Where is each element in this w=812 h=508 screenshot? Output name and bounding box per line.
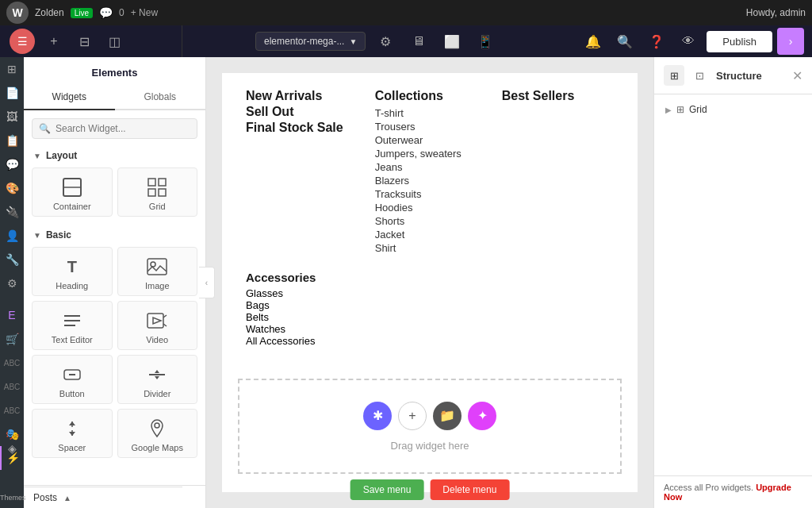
sparkle-icon: ✦ — [477, 408, 488, 423]
widget-spacer[interactable]: Spacer — [32, 409, 113, 458]
widget-button[interactable]: Button — [32, 355, 113, 404]
spacer-label: Spacer — [58, 443, 86, 452]
widget-grid[interactable]: Grid — [117, 167, 198, 217]
widget-text-editor[interactable]: Text Editor — [32, 301, 113, 350]
page-settings-btn[interactable]: ⚙ — [372, 28, 399, 55]
sidebar-item-pages[interactable]: 📋 — [0, 129, 24, 152]
svg-point-7 — [151, 262, 155, 267]
wp-admin-sidebar: ⊞ 📄 🖼 📋 💬 🎨 🔌 👤 🔧 ⚙ E 🛒 ABC ABC ABC 🎭 ⚡ … — [0, 57, 24, 508]
container-label: Container — [53, 202, 91, 211]
wp-logo[interactable]: W — [6, 2, 29, 24]
widget-container[interactable]: Container — [32, 167, 113, 217]
sidebar-item-comments[interactable]: 💬 — [0, 152, 24, 176]
widget-heading[interactable]: T Heading — [32, 247, 113, 296]
gear-icon: ⚙ — [380, 34, 391, 49]
widget-search-box[interactable]: 🔍 — [32, 118, 197, 139]
comment-icon[interactable]: 💬 — [99, 6, 113, 19]
notifications-btn[interactable]: 🔔 — [580, 28, 607, 55]
svg-rect-6 — [147, 259, 167, 275]
comment-count: 0 — [119, 7, 124, 18]
google-maps-icon — [146, 418, 168, 440]
top-bar-right: 🔔 🔍 ❓ 👁 Publish › — [572, 28, 812, 55]
tab-globals[interactable]: Globals — [115, 85, 206, 109]
elementor-top-bar: ☰ + ⊟ ◫ elementor-mega-... ▼ ⚙ 🖥 ⬜ 📱 — [0, 25, 812, 57]
chevron-right-icon: › — [789, 35, 793, 48]
help-icon: ❓ — [649, 34, 665, 49]
structure-title: Structure — [716, 70, 762, 82]
widget-video[interactable]: Video — [117, 301, 198, 350]
sidebar-item-plugins[interactable]: 🔌 — [0, 200, 24, 224]
tablet-view-btn[interactable]: ⬜ — [439, 28, 465, 55]
svg-marker-12 — [153, 318, 161, 324]
basic-collapse-arrow: ▼ — [33, 231, 41, 240]
accessories-belts: Belts — [246, 311, 614, 323]
sidebar-item-posts[interactable]: 📄 — [0, 81, 24, 105]
sidebar-item-abc3[interactable]: ABC — [0, 398, 24, 422]
sidebar-item-themes[interactable]: ◈ — [0, 437, 24, 460]
spacer-icon — [61, 418, 83, 440]
layout-section-header[interactable]: ▼ Layout — [24, 144, 205, 164]
tree-item-grid[interactable]: ▶ ⊞ Grid — [661, 101, 806, 118]
tab-widgets[interactable]: Widgets — [24, 85, 115, 110]
divider-icon — [146, 364, 168, 386]
collection-shorts: Shorts — [375, 214, 470, 228]
widget-google-maps[interactable]: Google Maps — [117, 409, 198, 458]
save-menu-button[interactable]: Save menu — [350, 479, 424, 500]
structure-tab-navigator[interactable]: ⊡ — [689, 65, 710, 86]
posts-bar[interactable]: Posts ▲ — [24, 487, 182, 508]
accessories-title: Accessories — [246, 271, 614, 284]
search-icon: 🔍 — [617, 34, 633, 49]
search-btn[interactable]: 🔍 — [611, 28, 638, 55]
structure-tree: ▶ ⊞ Grid — [654, 94, 812, 125]
mobile-view-btn[interactable]: 📱 — [472, 28, 499, 55]
sidebar-item-appearance[interactable]: 🎨 — [0, 176, 24, 200]
elementor-logo-btn[interactable]: ☰ — [10, 29, 35, 54]
help-btn[interactable]: ❓ — [643, 28, 670, 55]
panel-collapse-btn[interactable]: ‹ — [199, 267, 215, 298]
sidebar-item-elementor[interactable]: E — [0, 303, 24, 327]
widget-image[interactable]: Image — [117, 247, 198, 296]
ai-btn[interactable]: ✦ — [468, 402, 496, 430]
sidebar-item-abc2[interactable]: ABC — [0, 375, 24, 398]
responsive-btn[interactable]: ◫ — [103, 30, 125, 52]
collection-jacket: Jacket — [375, 228, 470, 241]
tablet-icon: ⬜ — [444, 34, 460, 49]
canvas-area: New Arrivals Sell Out Final Stock Sale C… — [206, 57, 653, 508]
sidebar-item-abc1[interactable]: ABC — [0, 351, 24, 375]
settings-panel-btn[interactable]: ⊟ — [73, 30, 95, 52]
structure-tab-layers[interactable]: ⊞ — [664, 65, 684, 86]
panel-left-section: ☰ + ⊟ ◫ — [0, 25, 182, 57]
delete-menu-button[interactable]: Delete menu — [430, 479, 509, 500]
folder-btn[interactable]: 📁 — [433, 402, 462, 430]
new-arrivals-item: New Arrivals — [246, 89, 343, 103]
sidebar-item-tools[interactable]: 🔧 — [0, 248, 24, 271]
panel-tabs: Widgets Globals — [24, 85, 205, 110]
add-widget-btn[interactable]: + — [398, 402, 427, 430]
site-name[interactable]: Zolden — [35, 7, 64, 18]
sidebar-item-woo[interactable]: 🛒 — [0, 327, 24, 351]
sidebar-item-dashboard[interactable]: ⊞ — [0, 57, 24, 81]
basic-section-header[interactable]: ▼ Basic — [24, 223, 205, 244]
publish-button[interactable]: Publish — [707, 31, 772, 52]
cursor-btn[interactable]: ✱ — [363, 402, 392, 430]
structure-footer: Access all Pro widgets. Upgrade Now — [654, 475, 812, 508]
sidebar-item-users[interactable]: 👤 — [0, 224, 24, 248]
new-link[interactable]: + New — [131, 7, 158, 18]
widget-divider[interactable]: Divider — [117, 355, 198, 404]
sidebar-item-media[interactable]: 🖼 — [0, 105, 24, 129]
add-element-btn[interactable]: + — [43, 30, 65, 52]
search-input[interactable] — [56, 123, 190, 134]
structure-close-btn[interactable]: ✕ — [792, 68, 802, 83]
desktop-view-btn[interactable]: 🖥 — [405, 28, 432, 55]
sidebar-item-settings[interactable]: ⚙ — [0, 271, 24, 295]
mega-menu-col-new-arrivals: New Arrivals Sell Out Final Stock Sale — [246, 89, 343, 255]
svg-marker-21 — [69, 421, 75, 425]
mega-menu-row: New Arrivals Sell Out Final Stock Sale C… — [246, 89, 614, 255]
page-name-dropdown[interactable]: elementor-mega-... ▼ — [255, 32, 366, 51]
accessories-glasses: Glasses — [246, 287, 614, 299]
preview-btn[interactable]: 👁 — [675, 28, 702, 55]
drop-zone: ✱ + 📁 ✦ Drag widget here — [238, 379, 622, 474]
bell-icon: 🔔 — [585, 34, 601, 49]
extra-options-btn[interactable]: › — [777, 28, 804, 55]
collection-outerwear: Outerwear — [375, 133, 470, 147]
